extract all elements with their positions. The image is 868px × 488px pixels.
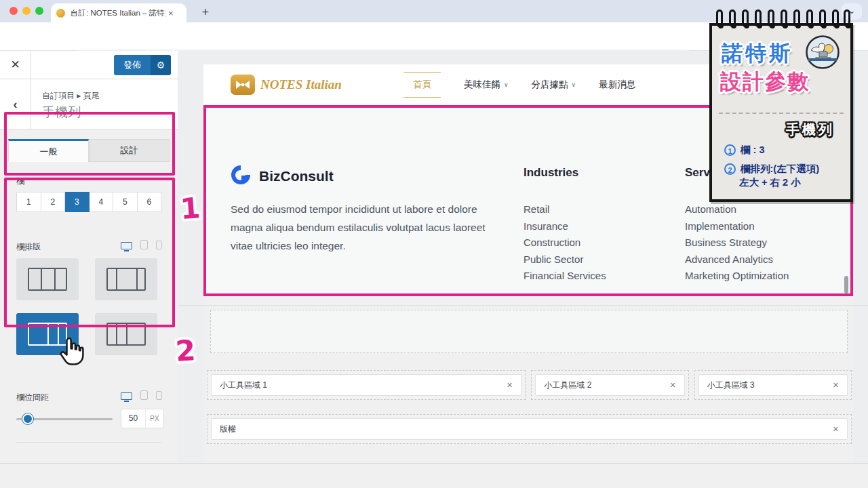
widget-bar[interactable]: 小工具區域 3 ✕ [698, 374, 848, 396]
spacing-label: 欄位間距 [16, 392, 49, 403]
nav-item-food[interactable]: 美味佳餚∨ [464, 79, 509, 91]
notes-item-1: 1 欄 : 3 [724, 144, 764, 157]
publish-button[interactable]: 發佈 ⚙ [114, 55, 171, 75]
footer-link[interactable]: Business Strategy [685, 235, 789, 251]
footer-link[interactable]: Retail [524, 201, 606, 218]
close-icon[interactable]: ✕ [833, 425, 839, 434]
site-favicon [56, 9, 65, 18]
step-badge-2: 2 [174, 333, 197, 368]
widget-bar[interactable]: 小工具區域 2 ✕ [535, 374, 684, 396]
avatar [806, 35, 840, 72]
close-icon[interactable]: ✕ [507, 381, 513, 390]
nav-item-news[interactable]: 最新消息 [599, 79, 635, 91]
mac-minimize-button[interactable] [22, 7, 31, 15]
footer-link[interactable]: Marketing Optimization [685, 268, 789, 285]
divider [16, 442, 161, 443]
site-nav: 首頁 美味佳餚∨ 分店據點∨ 最新消息 [403, 64, 635, 105]
footer-column-heading: Industries [524, 166, 606, 180]
notes-item-2: 2 欄排列:(左下選項) [724, 163, 819, 176]
footer-link[interactable]: Automation [685, 201, 789, 218]
publish-label[interactable]: 發佈 [114, 55, 151, 75]
widget-area-3[interactable]: 小工具區域 3 ✕ [694, 370, 852, 400]
browser-tab-strip: 自訂: NOTES Italian – 諾特斯… × + ⌄ [0, 0, 868, 22]
step-badge-1: 1 [179, 191, 201, 226]
chevron-down-icon: ∨ [504, 81, 509, 88]
spacing-value[interactable]: 50 [121, 409, 146, 428]
footer-description: Sed do eiusmod tempor incididunt ut labo… [231, 200, 503, 255]
footer-link[interactable]: Construction [524, 235, 606, 251]
desktop-icon[interactable] [121, 392, 132, 400]
spacing-responsive-switcher [121, 390, 162, 400]
circled-number-icon: 2 [724, 163, 736, 175]
notes-subtitle: 手機列 [0, 121, 868, 139]
tab-close-icon[interactable]: × [168, 8, 174, 18]
divider [178, 305, 868, 306]
site-logo-icon[interactable] [231, 75, 255, 95]
close-icon[interactable]: ✕ [669, 381, 675, 390]
customizer-footer-bar: ◀ ∨ 隱藏編輯器 [0, 463, 868, 488]
hand-cursor-icon [57, 337, 84, 369]
nav-item-home[interactable]: 首頁 [403, 72, 441, 98]
site-logo-text[interactable]: NOTES Italian [260, 77, 342, 92]
widget-area-2[interactable]: 小工具區域 2 ✕ [531, 370, 688, 400]
footer-link[interactable]: Implementation [685, 218, 789, 235]
copyright-widget-area[interactable]: 版權 ✕ [207, 414, 852, 444]
browser-tab[interactable]: 自訂: NOTES Italian – 諾特斯… × [51, 3, 186, 22]
close-icon[interactable]: ✕ [0, 51, 31, 79]
empty-widget-area[interactable] [210, 310, 848, 353]
footer-link[interactable]: Financial Services [524, 268, 606, 285]
gear-icon[interactable]: ⚙ [151, 55, 171, 75]
mac-zoom-button[interactable] [35, 7, 43, 15]
close-icon[interactable]: ✕ [833, 381, 839, 390]
footer-link[interactable]: Insurance [524, 218, 606, 235]
footer-column-industries: Industries Retail Insurance Construction… [524, 166, 606, 285]
notes-title-line2: 設計參數 [720, 68, 810, 96]
spacing-slider-handle[interactable] [22, 413, 33, 424]
chevron-down-icon: ∨ [572, 81, 576, 88]
footer-link[interactable]: Advanced Analytics [685, 251, 789, 268]
spacing-value-box[interactable]: 50 PX [121, 409, 164, 428]
widget-areas-row: 小工具區域 1 ✕ 小工具區域 2 ✕ 小工具區域 3 ✕ [207, 370, 852, 400]
sidebar-header: ✕ 發佈 ⚙ [0, 51, 178, 79]
notes-item-2-line2: 左大 + 右 2 小 [739, 176, 801, 189]
spacing-unit: PX [146, 415, 163, 422]
notes-title-line1: 諾特斯 [722, 39, 793, 68]
circled-number-icon: 1 [724, 144, 736, 156]
preview-scrollbar-thumb[interactable] [844, 276, 848, 293]
footer-link[interactable]: Public Sector [524, 251, 606, 268]
footer-brand-name: BizConsult [259, 168, 334, 184]
new-tab-button[interactable]: + [197, 4, 214, 20]
widget-bar[interactable]: 版權 ✕ [211, 418, 848, 440]
tablet-icon[interactable] [140, 390, 148, 400]
widget-area-1[interactable]: 小工具區域 1 ✕ [207, 370, 526, 400]
mac-close-button[interactable] [9, 7, 18, 15]
mobile-icon[interactable] [156, 391, 162, 400]
nav-item-locations[interactable]: 分店據點∨ [532, 79, 576, 91]
bizconsult-logo-icon [231, 165, 251, 185]
breadcrumb: 自訂項目 ▸ 頁尾 [42, 90, 100, 102]
tab-title: 自訂: NOTES Italian – 諾特斯… [71, 8, 165, 18]
divider [719, 113, 844, 114]
widget-bar[interactable]: 小工具區域 1 ✕ [211, 374, 521, 396]
annotation-box-2 [4, 178, 175, 327]
